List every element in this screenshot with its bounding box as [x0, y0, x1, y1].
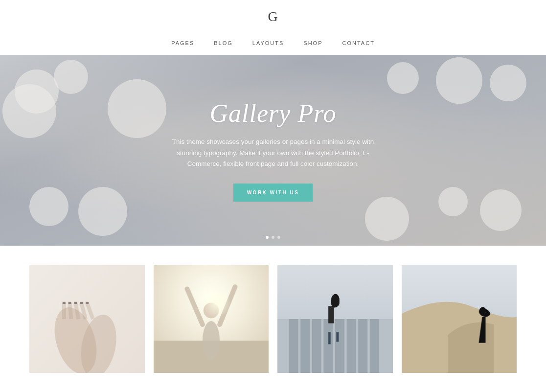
nav-pages[interactable]: PAGES — [171, 40, 194, 46]
nav-layouts[interactable]: LAYOUTS — [252, 40, 284, 46]
balloon-decoration — [387, 62, 419, 94]
nav-shop[interactable]: SHOP — [303, 40, 322, 46]
balloon-decoration — [54, 60, 88, 94]
balloon-decoration — [78, 187, 127, 236]
gallery-grid — [29, 265, 517, 373]
balloon-decoration — [2, 84, 56, 138]
nav-contact[interactable]: CONTACT — [342, 40, 375, 46]
hero-title: Gallery Pro — [160, 99, 386, 128]
site-header: G PAGES BLOG LAYOUTS SHOP CONTACT — [0, 0, 546, 55]
hero-dot-2[interactable] — [272, 236, 274, 239]
gallery-item[interactable] — [402, 265, 517, 373]
gallery-image-desert — [402, 265, 517, 373]
site-logo[interactable]: G — [0, 9, 546, 24]
hero-dot-1[interactable] — [266, 236, 269, 239]
balloon-decoration — [480, 189, 522, 231]
balloon-decoration — [438, 187, 468, 216]
hero-dots — [266, 236, 280, 239]
balloon-decoration — [490, 65, 526, 101]
hero-content: Gallery Pro This theme showcases your ga… — [151, 99, 395, 202]
hero-cta-button[interactable]: WORK WITH US — [233, 184, 313, 202]
gallery-item[interactable] — [29, 265, 145, 373]
gallery-section — [0, 246, 546, 383]
balloon-decoration — [365, 197, 409, 241]
gallery-image-woman-arms — [154, 265, 269, 373]
hero-description: This theme showcases your galleries or p… — [160, 137, 386, 170]
main-nav: PAGES BLOG LAYOUTS SHOP CONTACT — [0, 33, 546, 55]
nav-blog[interactable]: BLOG — [214, 40, 233, 46]
gallery-image-woman-walking — [277, 265, 393, 373]
hero-section: Gallery Pro This theme showcases your ga… — [0, 55, 546, 246]
hero-dot-3[interactable] — [277, 236, 280, 239]
balloon-decoration — [436, 57, 482, 104]
gallery-item[interactable] — [154, 265, 269, 373]
gallery-item[interactable] — [277, 265, 393, 373]
gallery-image-hands — [29, 265, 145, 373]
balloon-decoration — [29, 187, 68, 226]
